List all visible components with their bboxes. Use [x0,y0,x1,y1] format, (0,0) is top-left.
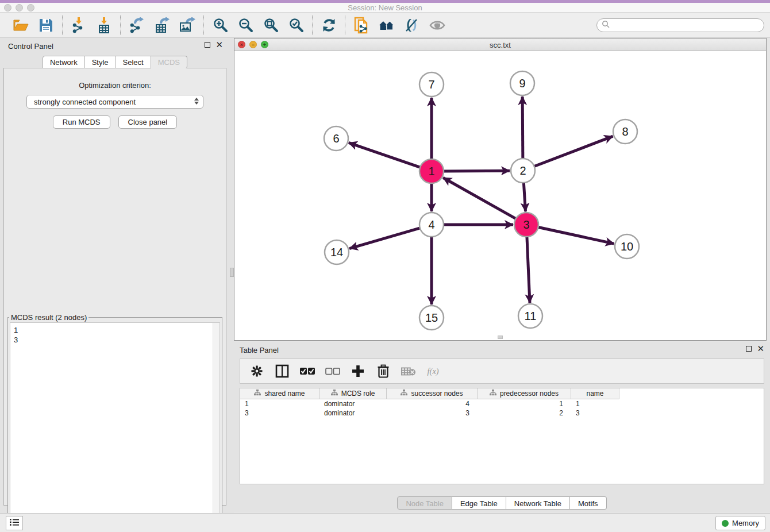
edge-2-9[interactable] [522,97,523,160]
control-tab-mcds[interactable]: MCDS [151,56,187,68]
cell-predecessor-nodes[interactable]: 2 [478,408,571,418]
table-panel-title: Table Panel [240,346,279,354]
edge-2-8[interactable] [533,136,613,167]
cell-name[interactable]: 1 [571,399,619,408]
open-session-icon[interactable] [13,17,29,33]
status-bar: Memory [0,513,770,532]
table-tab-edge-table[interactable]: Edge Table [452,496,506,510]
network-graph[interactable]: 1234678910111415 [234,51,766,340]
criterion-select[interactable]: strongly connected component [26,95,203,109]
network-canvas[interactable]: 1234678910111415 [234,51,766,340]
svg-text:3: 3 [523,218,529,231]
control-tab-network[interactable]: Network [43,56,85,68]
save-session-icon[interactable] [38,17,54,33]
run-mcds-button[interactable]: Run MCDS [53,115,110,129]
control-tab-select[interactable]: Select [116,56,151,68]
search-input[interactable] [610,20,764,31]
show-graphics-details-icon[interactable] [429,17,445,33]
cell-predecessor-nodes[interactable]: 1 [478,399,571,408]
deselect-all-icon[interactable] [325,364,340,379]
refresh-icon[interactable] [321,17,337,33]
memory-button[interactable]: Memory [715,516,765,530]
svg-text:f(x): f(x) [428,367,439,376]
column-header-shared-name[interactable]: shared name [240,388,319,399]
node-15[interactable]: 15 [419,306,444,330]
clone-network-icon[interactable] [353,17,369,33]
column-header-successor-nodes[interactable]: successor nodes [387,388,478,399]
node-9[interactable]: 9 [510,71,534,95]
style-visibility-icon[interactable] [404,17,420,33]
node-table: shared nameMCDS rolesuccessor nodesprede… [240,388,764,484]
delete-row-icon[interactable] [376,364,391,379]
task-history-button[interactable] [6,516,23,530]
export-network-icon[interactable] [129,17,145,33]
table-tab-node-table[interactable]: Node Table [397,496,452,510]
splitter-handle[interactable] [230,268,234,277]
table-tab-network-table[interactable]: Network Table [506,496,570,510]
zoom-selected-icon[interactable] [288,17,304,33]
network-window-titlebar[interactable]: × − + scc.txt [234,38,766,51]
node-6[interactable]: 6 [324,126,348,151]
import-network-icon[interactable] [71,17,87,33]
result-scrollbar[interactable] [213,323,220,530]
import-table-icon[interactable] [96,17,112,33]
select-all-icon[interactable] [300,364,315,379]
zoom-in-icon[interactable] [212,17,228,33]
node-4[interactable]: 4 [419,213,444,237]
node-2[interactable]: 2 [511,159,535,183]
add-row-icon[interactable] [351,364,365,379]
column-header-predecessor-nodes[interactable]: predecessor nodes [478,388,571,399]
table-panel-close-icon[interactable]: ✕ [757,346,764,352]
zoom-out-icon[interactable] [237,17,253,33]
home-icon[interactable] [379,17,395,33]
node-7[interactable]: 7 [419,72,444,97]
table-row[interactable]: 3dominator323 [240,408,764,418]
table-panel-float-icon[interactable] [746,346,752,352]
control-panel-close-icon[interactable]: ✕ [215,42,223,48]
node-3[interactable]: 3 [514,213,538,237]
table-row[interactable]: 1dominator411 [240,399,764,408]
sort-hierarchy-icon [254,390,261,398]
sort-hierarchy-icon [401,390,407,398]
edge-3-1[interactable] [443,178,517,219]
show-columns-icon[interactable] [275,364,290,379]
panel-splitter[interactable] [230,38,234,513]
node-8[interactable]: 8 [613,119,637,144]
node-1[interactable]: 1 [419,159,444,183]
export-image-icon[interactable] [179,17,195,33]
close-panel-button[interactable]: Close panel [118,115,178,129]
column-header-name[interactable]: name [571,388,619,399]
node-11[interactable]: 11 [518,304,542,328]
edge-3-11[interactable] [527,236,530,303]
control-panel-float-icon[interactable] [205,42,210,48]
table-settings-icon[interactable] [249,364,264,379]
svg-text:10: 10 [621,240,633,253]
table-tab-motifs[interactable]: Motifs [570,496,607,510]
edge-3-10[interactable] [537,227,614,244]
export-table-icon[interactable] [154,17,170,33]
criterion-select-value: strongly connected component [34,98,136,106]
edge-1-2[interactable] [442,171,510,171]
node-10[interactable]: 10 [615,234,639,259]
table-panel-tabs: Node TableEdge TableNetwork TableMotifs [234,496,770,510]
edge-4-14[interactable] [349,228,421,248]
cell-shared-name[interactable]: 1 [240,399,319,408]
edge-1-6[interactable] [349,142,421,167]
edge-2-3[interactable] [523,182,525,211]
search-box[interactable] [596,18,764,32]
sort-hierarchy-icon [490,390,496,398]
mcds-result-text[interactable]: 1 3 [10,322,220,530]
canvas-scroll-thumb[interactable] [498,336,503,339]
mcds-result-box: MCDS result (2 nodes) 1 3 [7,313,222,532]
cell-MCDS-role[interactable]: dominator [319,399,387,408]
control-tab-style[interactable]: Style [85,56,116,68]
cell-shared-name[interactable]: 3 [240,408,319,418]
column-header-MCDS-role[interactable]: MCDS role [319,388,387,399]
cell-name[interactable]: 3 [571,408,619,418]
zoom-fit-icon[interactable] [263,17,279,33]
cell-MCDS-role[interactable]: dominator [319,408,387,418]
cell-successor-nodes[interactable]: 4 [387,399,478,408]
cell-successor-nodes[interactable]: 3 [387,408,478,418]
node-14[interactable]: 14 [325,240,349,264]
svg-text:15: 15 [425,311,438,324]
